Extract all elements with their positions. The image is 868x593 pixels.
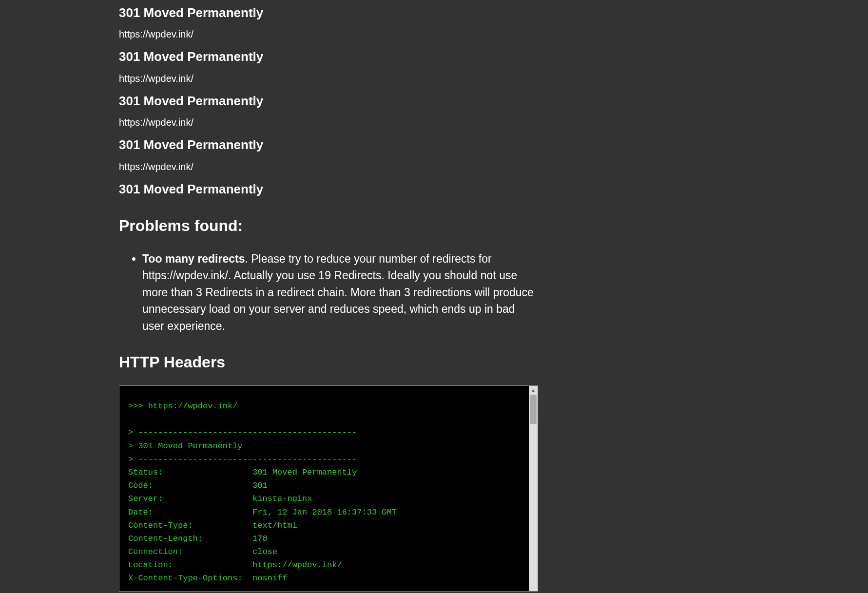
redirect-url: https://wpdev.ink/ [119, 27, 538, 41]
redirect-url: https://wpdev.ink/ [119, 115, 538, 129]
scrollbar-up-icon[interactable]: ▲ [529, 386, 538, 395]
page-container: 301 Moved Permanentlyhttps://wpdev.ink/3… [119, 0, 538, 592]
redirect-url: https://wpdev.ink/ [119, 160, 538, 173]
problems-list: Too many redirects. Please try to reduce… [119, 250, 538, 335]
problems-heading: Problems found: [119, 215, 538, 237]
scrollbar-thumb[interactable] [530, 395, 537, 424]
redirect-status: 301 Moved Permanently [119, 136, 538, 153]
terminal-scrollbar[interactable]: ▲ [529, 386, 538, 591]
terminal-wrapper: >>> https://wpdev.ink/ > ---------------… [119, 385, 538, 592]
redirect-status: 301 Moved Permanently [119, 4, 538, 21]
redirect-status: 301 Moved Permanently [119, 180, 538, 198]
http-headers-terminal: >>> https://wpdev.ink/ > ---------------… [119, 386, 529, 591]
redirect-url: https://wpdev.ink/ [119, 72, 538, 85]
http-headers-heading: HTTP Headers [119, 351, 538, 373]
redirects-list: 301 Moved Permanentlyhttps://wpdev.ink/3… [119, 4, 538, 198]
redirect-status: 301 Moved Permanently [119, 92, 538, 110]
problem-item: Too many redirects. Please try to reduce… [142, 250, 538, 335]
redirect-status: 301 Moved Permanently [119, 48, 538, 65]
problem-bold-prefix: Too many redirects [142, 252, 245, 265]
